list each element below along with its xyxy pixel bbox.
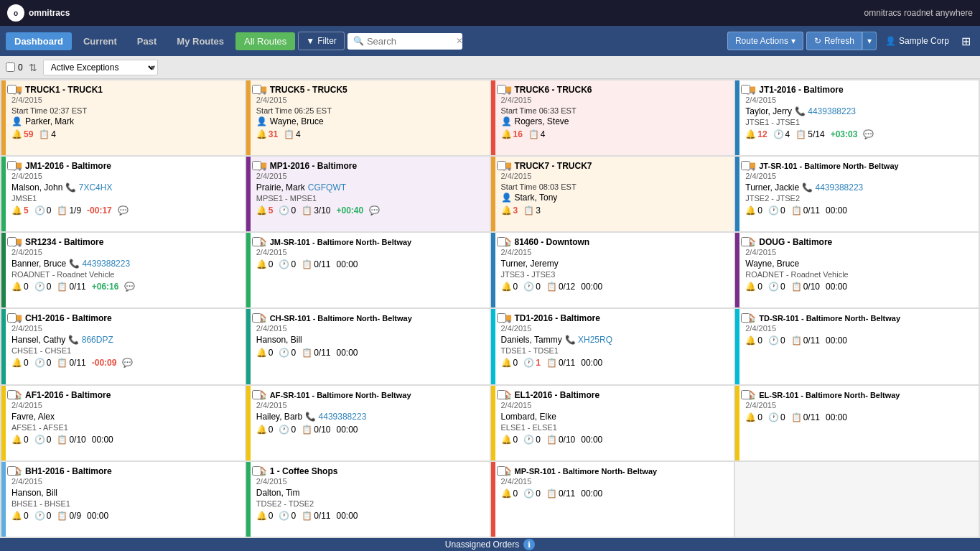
select-all-checkbox[interactable] xyxy=(6,62,15,72)
bell-icon: 🔔 xyxy=(11,358,22,368)
card-checkbox[interactable] xyxy=(497,85,506,94)
route-card[interactable]: 🏠 AF-SR-101 - Baltimore North- Beltway 2… xyxy=(246,386,490,460)
route-card[interactable]: 🚚 TRUCK7 - TRUCK7 2/4/2015 Start Time 08… xyxy=(491,157,734,231)
card-checkbox[interactable] xyxy=(741,161,750,170)
card-checkbox[interactable] xyxy=(252,161,261,170)
card-checkbox[interactable] xyxy=(7,390,17,399)
phone-link[interactable]: 📞 XH25RQ xyxy=(565,335,612,345)
route-actions-button[interactable]: Route Actions ▾ xyxy=(727,32,803,50)
card-title: 🏠 1 - Coffee Shops xyxy=(256,466,484,476)
route-card[interactable]: 🏠 MP-SR-101 - Baltimore North- Beltway 2… xyxy=(491,462,734,537)
route-card[interactable]: 🚚 TRUCK5 - TRUCK5 2/4/2015 Start Time 06… xyxy=(246,80,490,155)
route-card[interactable]: 🚚 JM1-2016 - Baltimore 2/4/2015 Malson, … xyxy=(1,157,245,231)
doc-icon: 📋 xyxy=(528,129,539,139)
clear-search-icon[interactable]: ✕ xyxy=(456,36,463,46)
card-checkbox[interactable] xyxy=(252,466,261,476)
doc-icon: 📋 xyxy=(302,259,312,269)
card-checkbox[interactable] xyxy=(7,466,17,476)
card-checkbox[interactable] xyxy=(7,237,17,246)
card-checkbox[interactable] xyxy=(741,85,750,94)
card-title: 🚚 JT1-2016 - Baltimore xyxy=(745,85,973,95)
header: o omnitracs omnitracs roadnet anywhere xyxy=(0,0,980,26)
card-checkbox[interactable] xyxy=(7,161,17,170)
route-card[interactable]: 🏠 CH-SR-101 - Baltimore North- Beltway 2… xyxy=(246,309,490,384)
card-title: 🏠 BH1-2016 - Baltimore xyxy=(11,466,239,476)
card-title: 🏠 AF-SR-101 - Baltimore North- Beltway xyxy=(256,390,484,400)
card-checkbox[interactable] xyxy=(741,313,750,323)
person-icon: 👤 xyxy=(501,193,512,203)
phone-link[interactable]: 📞 4439388223 xyxy=(795,106,856,116)
person-icon: 👤 xyxy=(256,116,267,126)
exception-select[interactable]: Active Exceptions xyxy=(43,60,158,75)
route-card[interactable]: 🏠 TD-SR-101 - Baltimore North- Beltway 2… xyxy=(735,309,979,384)
search-box: 🔍 ✕ xyxy=(347,33,462,50)
past-tab[interactable]: Past xyxy=(129,32,165,50)
phone-link[interactable]: CGFQWT xyxy=(308,182,346,193)
route-card[interactable]: 🏠 BH1-2016 - Baltimore 2/4/2015 Hanson, … xyxy=(1,462,245,537)
route-card[interactable]: 🚚 JT-SR-101 - Baltimore North- Beltway 2… xyxy=(735,157,979,231)
card-checkbox[interactable] xyxy=(252,85,261,94)
company-button[interactable]: 👤 Sample Corp xyxy=(879,32,955,50)
route-card[interactable]: 🏠 81460 - Downtown 2/4/2015 Turner, Jere… xyxy=(491,233,734,307)
card-title: 🏠 TD-SR-101 - Baltimore North- Beltway xyxy=(745,313,973,323)
bell-icon: 🔔 xyxy=(256,511,267,521)
phone-link[interactable]: 📞 866DPZ xyxy=(68,335,113,345)
card-checkbox[interactable] xyxy=(7,85,17,94)
empty-slot xyxy=(735,462,979,537)
route-card[interactable]: 🏠 AF1-2016 - Baltimore 2/4/2015 Favre, A… xyxy=(1,386,245,460)
bottom-bar[interactable]: Unassigned Orders ℹ xyxy=(0,538,980,551)
card-checkbox[interactable] xyxy=(741,390,750,399)
card-title: 🏠 MP-SR-101 - Baltimore North- Beltway xyxy=(501,466,729,476)
card-title: 🏠 EL1-2016 - Baltimore xyxy=(501,390,729,400)
my-routes-tab[interactable]: My Routes xyxy=(168,32,233,50)
clock-icon: 🕐 xyxy=(279,205,289,216)
phone-link[interactable]: 📞 4439388223 xyxy=(69,259,130,269)
card-title: 🚚 JM1-2016 - Baltimore xyxy=(11,161,239,171)
sort-button[interactable]: ⇅ xyxy=(29,62,37,73)
all-routes-button[interactable]: All Routes xyxy=(235,32,295,50)
search-input[interactable] xyxy=(367,36,453,47)
refresh-dropdown-button[interactable]: ▾ xyxy=(862,32,877,50)
route-card[interactable]: 🏠 EL1-2016 - Baltimore 2/4/2015 Lombard,… xyxy=(491,386,734,460)
card-checkbox[interactable] xyxy=(252,390,261,399)
route-card[interactable]: 🚚 TRUCK1 - TRUCK1 2/4/2015 Start Time 02… xyxy=(1,80,245,155)
phone-link[interactable]: 📞 4439388223 xyxy=(305,412,366,422)
route-card[interactable]: 🚚 TRUCK6 - TRUCK6 2/4/2015 Start Time 06… xyxy=(491,80,734,155)
route-card[interactable]: 🚚 SR1234 - Baltimore 2/4/2015 Banner, Br… xyxy=(1,233,245,307)
card-title: 🚚 TRUCK7 - TRUCK7 xyxy=(501,161,729,171)
route-card[interactable]: 🚚 TD1-2016 - Baltimore 2/4/2015 Daniels,… xyxy=(491,309,734,384)
card-checkbox[interactable] xyxy=(497,237,506,246)
comment-icon: 💬 xyxy=(124,282,135,292)
phone-link[interactable]: 📞 7XC4HX xyxy=(65,182,112,193)
card-checkbox[interactable] xyxy=(252,313,261,323)
route-card[interactable]: 🏠 EL-SR-101 - Baltimore North- Beltway 2… xyxy=(735,386,979,460)
current-tab[interactable]: Current xyxy=(75,32,126,50)
doc-icon: 📋 xyxy=(57,358,67,368)
grid-view-button[interactable]: ⊞ xyxy=(958,31,974,52)
bell-icon: 🔔 xyxy=(745,129,756,139)
route-card[interactable]: 🏠 DOUG - Baltimore 2/4/2015 Wayne, Bruce… xyxy=(735,233,979,307)
bell-icon: 🔔 xyxy=(11,129,22,139)
card-checkbox[interactable] xyxy=(497,390,506,399)
route-card[interactable]: 🚚 MP1-2016 - Baltimore 2/4/2015 Prairie,… xyxy=(246,157,490,231)
dashboard-tab[interactable]: Dashboard xyxy=(6,32,72,50)
route-card[interactable]: 🚚 CH1-2016 - Baltimore 2/4/2015 Hansel, … xyxy=(1,309,245,384)
card-checkbox[interactable] xyxy=(7,313,17,323)
refresh-icon: ↻ xyxy=(814,36,821,46)
doc-icon: 📋 xyxy=(302,205,312,216)
route-card[interactable]: 🏠 JM-SR-101 - Baltimore North- Beltway 2… xyxy=(246,233,490,307)
comment-icon: 💬 xyxy=(863,129,874,139)
card-checkbox[interactable] xyxy=(497,466,506,476)
refresh-button[interactable]: ↻ Refresh xyxy=(806,32,862,50)
unassigned-orders-label: Unassigned Orders xyxy=(445,540,519,550)
route-card[interactable]: 🏠 1 - Coffee Shops 2/4/2015 Dalton, Tim … xyxy=(246,462,490,537)
card-checkbox[interactable] xyxy=(252,237,261,246)
doc-icon: 📋 xyxy=(57,435,67,445)
phone-link[interactable]: 📞 4439388223 xyxy=(802,182,863,193)
info-icon: ℹ xyxy=(523,539,535,550)
card-checkbox[interactable] xyxy=(497,161,506,170)
card-checkbox[interactable] xyxy=(741,237,750,246)
route-card[interactable]: 🚚 JT1-2016 - Baltimore 2/4/2015 Taylor, … xyxy=(735,80,979,155)
card-checkbox[interactable] xyxy=(497,313,506,323)
filter-button[interactable]: ▼ Filter xyxy=(298,32,345,50)
